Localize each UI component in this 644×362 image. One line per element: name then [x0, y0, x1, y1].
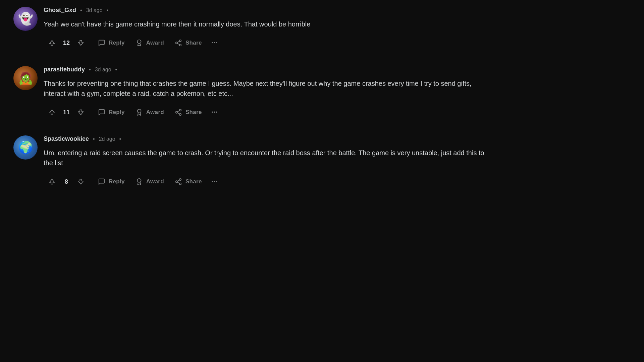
action-bar-2: 11 Reply	[44, 105, 490, 119]
username-2: parasitebuddy	[44, 66, 85, 73]
timestamp-3: 2d ago	[99, 136, 115, 142]
upvote-button-3[interactable]	[44, 175, 60, 188]
comment-text-3: Um, entering a raid screen causes the ga…	[44, 148, 490, 168]
svg-point-0	[137, 40, 141, 44]
share-button-2[interactable]: Share	[170, 106, 207, 119]
dot-2: •	[115, 67, 117, 73]
svg-line-11	[177, 111, 179, 112]
vote-count-2: 11	[63, 109, 70, 116]
more-options-button-3[interactable]: ···	[208, 175, 221, 189]
comment-body-1: Ghost_Gxd • 3d ago • Yeah we can't have …	[44, 7, 490, 50]
upvote-button-2[interactable]	[44, 106, 60, 119]
share-icon-1	[175, 39, 182, 47]
downvote-button-1[interactable]	[72, 37, 89, 49]
comment-2: parasitebuddy • 3d ago • Thanks for prev…	[13, 66, 490, 119]
comment-body-3: Spasticwookiee • 2d ago • Um, entering a…	[44, 135, 490, 189]
comments-container: Ghost_Gxd • 3d ago • Yeah we can't have …	[0, 0, 503, 212]
svg-line-4	[177, 43, 179, 45]
reply-icon-2	[98, 109, 105, 116]
svg-point-8	[176, 111, 178, 113]
vote-section-1: 12	[44, 37, 89, 49]
svg-point-14	[176, 181, 178, 183]
timestamp-1: 3d ago	[86, 7, 103, 13]
comment-3: Spasticwookiee • 2d ago • Um, entering a…	[13, 135, 490, 189]
svg-point-3	[179, 44, 181, 46]
avatar-3	[13, 135, 38, 160]
downvote-icon-2	[77, 109, 85, 116]
separator-2: •	[89, 67, 91, 73]
comment-1: Ghost_Gxd • 3d ago • Yeah we can't have …	[13, 7, 490, 50]
share-button-1[interactable]: Share	[170, 37, 207, 49]
comment-header-2: parasitebuddy • 3d ago •	[44, 66, 490, 73]
downvote-button-2[interactable]	[72, 106, 89, 119]
comment-body-2: parasitebuddy • 3d ago • Thanks for prev…	[44, 66, 490, 119]
svg-point-15	[179, 183, 181, 185]
svg-line-17	[177, 180, 179, 181]
award-icon-2	[136, 109, 143, 116]
award-icon-1	[136, 39, 143, 47]
vote-count-1: 12	[63, 40, 70, 47]
svg-line-10	[177, 113, 179, 114]
more-options-icon-2: ···	[211, 108, 217, 117]
separator-1: •	[80, 7, 82, 13]
more-options-icon-3: ···	[211, 177, 217, 186]
downvote-icon-1	[77, 39, 85, 47]
reply-button-2[interactable]: Reply	[93, 106, 129, 119]
svg-line-16	[177, 182, 179, 183]
upvote-icon-1	[48, 39, 56, 47]
svg-point-13	[179, 179, 181, 181]
upvote-button-1[interactable]	[44, 37, 60, 49]
action-bar-3: 8 Reply	[44, 175, 490, 189]
svg-point-9	[179, 114, 181, 116]
vote-section-2: 11	[44, 106, 89, 119]
more-options-button-1[interactable]: ···	[208, 36, 221, 50]
share-button-3[interactable]: Share	[170, 175, 207, 188]
svg-point-7	[179, 109, 181, 111]
svg-point-2	[176, 42, 178, 44]
dot-3: •	[119, 136, 121, 142]
avatar-1	[13, 7, 38, 31]
comment-header-3: Spasticwookiee • 2d ago •	[44, 135, 490, 142]
share-icon-2	[175, 109, 182, 116]
share-icon-3	[175, 178, 182, 185]
award-button-2[interactable]: Award	[131, 106, 169, 119]
svg-point-1	[179, 40, 181, 42]
username-1: Ghost_Gxd	[44, 7, 76, 14]
reply-button-3[interactable]: Reply	[93, 175, 129, 188]
upvote-icon-2	[48, 109, 56, 116]
award-button-3[interactable]: Award	[131, 175, 169, 188]
separator-3: •	[93, 136, 95, 142]
vote-count-3: 8	[63, 178, 70, 185]
svg-point-6	[137, 109, 141, 113]
downvote-icon-3	[77, 178, 85, 185]
comment-text-2: Thanks for preventing one thing that cra…	[44, 78, 490, 99]
reply-icon-3	[98, 178, 105, 185]
award-button-1[interactable]: Award	[131, 37, 169, 49]
svg-line-5	[177, 41, 179, 43]
dot-1: •	[107, 7, 109, 13]
comment-text-1: Yeah we can't have this game crashing mo…	[44, 19, 490, 29]
avatar-2	[13, 66, 38, 90]
more-options-button-2[interactable]: ···	[208, 105, 221, 119]
more-options-icon-1: ···	[211, 39, 217, 47]
action-bar-1: 12 Reply	[44, 36, 490, 50]
reply-button-1[interactable]: Reply	[93, 37, 129, 49]
timestamp-2: 3d ago	[95, 67, 111, 73]
upvote-icon-3	[48, 178, 56, 185]
downvote-button-3[interactable]	[72, 175, 89, 188]
comment-header-1: Ghost_Gxd • 3d ago •	[44, 7, 490, 14]
award-icon-3	[136, 178, 143, 185]
vote-section-3: 8	[44, 175, 89, 188]
username-3: Spasticwookiee	[44, 135, 89, 142]
reply-icon-1	[98, 39, 105, 47]
svg-point-12	[137, 179, 141, 182]
